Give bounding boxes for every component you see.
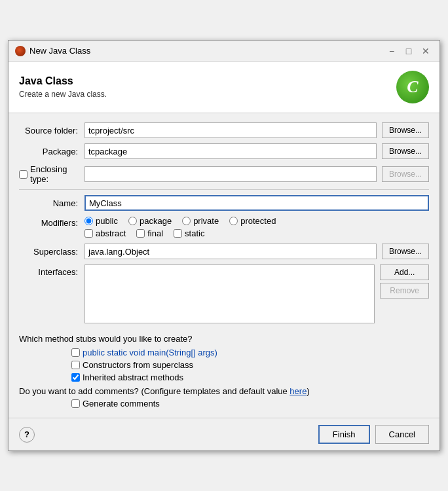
stubs-items: public static void main(String[] args) C…	[19, 348, 429, 382]
name-input[interactable]	[84, 195, 429, 211]
footer: ? Finish Cancel	[9, 418, 439, 450]
modifier-private-radio[interactable]	[182, 217, 191, 225]
interfaces-row: Interfaces: Add... Remove	[19, 264, 429, 323]
help-button[interactable]: ?	[19, 427, 35, 443]
modifiers-row: Modifiers: public package private	[19, 216, 429, 238]
comments-title-line: Do you want to add comments? (Configure …	[19, 386, 429, 396]
modifier-private-label[interactable]: private	[182, 216, 219, 226]
new-java-class-dialog: New Java Class − □ ✕ Java Class Create a…	[8, 40, 440, 451]
modifier-abstract-label[interactable]: abstract	[84, 228, 126, 238]
stubs-title: Which method stubs would you like to cre…	[19, 334, 429, 344]
source-folder-browse-button[interactable]: Browse...	[382, 122, 429, 138]
modifier-protected-radio[interactable]	[229, 217, 238, 225]
interfaces-remove-button[interactable]: Remove	[380, 283, 429, 299]
enclosing-checkbox-container: Enclosing type:	[19, 164, 84, 184]
app-icon	[15, 46, 26, 56]
stub-main-checkbox[interactable]	[71, 348, 80, 357]
comments-items: Generate comments	[19, 399, 429, 409]
enclosing-type-browse-button[interactable]: Browse...	[382, 166, 429, 182]
stub-inherited-checkbox[interactable]	[71, 373, 80, 382]
interfaces-textarea[interactable]	[84, 264, 375, 323]
footer-left: ?	[19, 427, 35, 443]
header-logo: C	[396, 71, 429, 103]
title-bar-left: New Java Class	[15, 46, 90, 56]
interfaces-label: Interfaces:	[19, 264, 84, 277]
interfaces-buttons: Add... Remove	[380, 264, 429, 299]
minimize-button[interactable]: −	[384, 44, 399, 58]
modifier-abstract-text: abstract	[96, 228, 126, 238]
superclass-row: Superclass: Browse...	[19, 244, 429, 259]
modifier-abstract-checkbox[interactable]	[84, 229, 93, 238]
package-label: Package:	[19, 147, 84, 156]
dialog-title: New Java Class	[29, 46, 90, 56]
superclass-browse-button[interactable]: Browse...	[382, 244, 429, 259]
modifier-final-text: final	[147, 228, 163, 238]
generate-comments-text: Generate comments	[83, 399, 160, 409]
close-button[interactable]: ✕	[419, 44, 433, 58]
enclosing-type-input[interactable]	[84, 166, 377, 182]
enclosing-type-checkbox-label[interactable]: Enclosing type:	[19, 164, 78, 184]
package-row: Package: Browse...	[19, 143, 429, 159]
modifier-private-text: private	[193, 216, 219, 226]
stub-inherited-label[interactable]: Inherited abstract methods	[71, 373, 429, 382]
stub-constructors-label[interactable]: Constructors from superclass	[71, 360, 429, 370]
header-section: Java Class Create a new Java class. C	[9, 62, 439, 113]
enclosing-type-row: Enclosing type: Browse...	[19, 164, 429, 184]
comments-here-link[interactable]: here	[289, 386, 307, 396]
footer-right: Finish Cancel	[318, 425, 429, 444]
stub-main-text: public static void main(String[] args)	[83, 348, 217, 357]
modifier-checkbox-row: abstract final static	[84, 228, 429, 238]
stub-constructors-text: Constructors from superclass	[83, 360, 193, 370]
modifier-public-label[interactable]: public	[84, 216, 118, 226]
modifier-protected-text: protected	[240, 216, 276, 226]
form-body: Source folder: Browse... Package: Browse…	[9, 113, 439, 418]
modifier-protected-label[interactable]: protected	[229, 216, 276, 226]
enclosing-type-label-text: Enclosing type:	[30, 164, 78, 184]
modifier-public-radio[interactable]	[84, 217, 93, 225]
name-label: Name:	[19, 198, 84, 208]
header-title: Java Class	[19, 75, 107, 87]
modifiers-section: public package private protected	[84, 216, 429, 238]
modifier-final-label[interactable]: final	[136, 228, 163, 238]
window-controls: − □ ✕	[384, 44, 433, 58]
package-input[interactable]	[84, 143, 377, 159]
modifier-package-label[interactable]: package	[128, 216, 172, 226]
interfaces-add-button[interactable]: Add...	[380, 264, 429, 280]
cancel-button[interactable]: Cancel	[375, 425, 429, 444]
stub-inherited-text: Inherited abstract methods	[83, 373, 183, 382]
header-subtitle: Create a new Java class.	[19, 90, 107, 99]
generate-comments-checkbox[interactable]	[71, 399, 80, 408]
name-row: Name:	[19, 195, 429, 211]
stub-constructors-checkbox[interactable]	[71, 361, 80, 369]
enclosing-type-checkbox[interactable]	[19, 170, 28, 179]
stub-main-label[interactable]: public static void main(String[] args)	[71, 348, 429, 357]
source-folder-row: Source folder: Browse...	[19, 122, 429, 138]
modifier-final-checkbox[interactable]	[136, 229, 145, 238]
header-left: Java Class Create a new Java class.	[19, 75, 107, 99]
stubs-section: Which method stubs would you like to cre…	[19, 329, 429, 382]
modifier-radio-row: public package private protected	[84, 216, 429, 226]
modifier-package-text: package	[140, 216, 172, 226]
modifiers-label: Modifiers:	[19, 216, 84, 228]
modifier-public-text: public	[96, 216, 118, 226]
superclass-input[interactable]	[84, 244, 377, 259]
comments-section: Do you want to add comments? (Configure …	[19, 386, 429, 409]
comments-title-end: )	[307, 386, 309, 396]
modifier-package-radio[interactable]	[128, 217, 137, 225]
generate-comments-label[interactable]: Generate comments	[71, 399, 429, 409]
package-browse-button[interactable]: Browse...	[382, 143, 429, 159]
source-folder-input[interactable]	[84, 122, 377, 138]
comments-title-text: Do you want to add comments? (Configure …	[19, 386, 289, 396]
source-folder-label: Source folder:	[19, 126, 84, 136]
title-bar: New Java Class − □ ✕	[9, 41, 439, 62]
modifier-static-checkbox[interactable]	[174, 229, 182, 238]
modifier-static-label[interactable]: static	[174, 228, 204, 238]
modifier-static-text: static	[185, 228, 204, 238]
superclass-label: Superclass:	[19, 247, 84, 257]
maximize-button[interactable]: □	[401, 44, 416, 58]
finish-button[interactable]: Finish	[318, 425, 370, 444]
